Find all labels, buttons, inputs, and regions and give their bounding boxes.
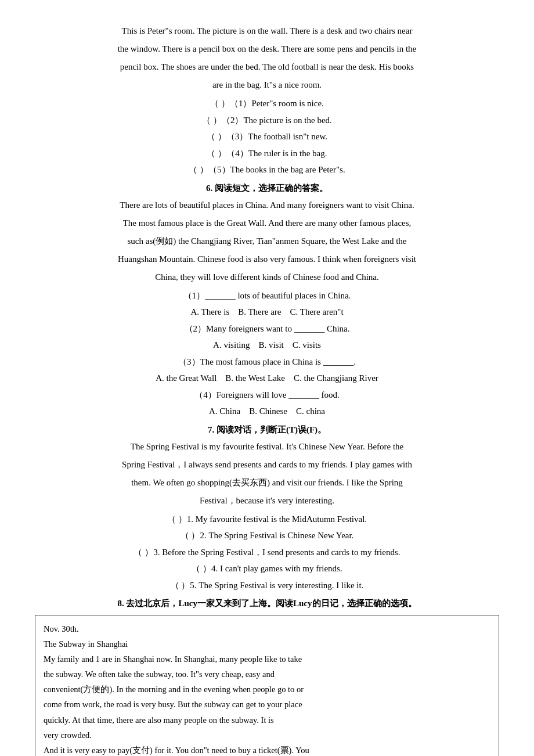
diary-line-6: very crowded. [44, 728, 490, 743]
tf-q3: （ ）（3）The football isn"t new. [35, 128, 499, 145]
tf2-q3: （ ）3. Before the Spring Festival，I send … [35, 544, 499, 561]
tf-block-1: （ ）（1）Peter"s room is nice. （ ）（2）The pi… [35, 95, 499, 178]
section-7-title: 7. 阅读对话，判断正(T)误(F)。 [35, 424, 499, 435]
tf-q1: （ ）（1）Peter"s room is nice. [35, 95, 499, 112]
mc-q3-options: A. the Great Wall B. the West Lake C. th… [35, 370, 499, 387]
passage-3: The Spring Festival is my favourite fest… [35, 439, 499, 509]
tf2-q5: （ ）5. The Spring Festival is very intere… [35, 577, 499, 594]
passage-2-line-4: Huangshan Mountain. Chinese food is also… [35, 251, 499, 267]
passage-1: This is Peter"s room. The picture is on … [35, 23, 499, 93]
tf-q2: （ ）（2）The picture is on the bed. [35, 112, 499, 129]
mc-q1-options: A. There is B. There are C. There aren"t [35, 304, 499, 321]
tf-q4: （ ）（4）The ruler is in the bag. [35, 145, 499, 162]
diary-date: Nov. 30th. [44, 621, 490, 636]
diary-line-1: My family and 1 are in Shanghai now. In … [44, 651, 490, 667]
mc-q2-options: A. visiting B. visit C. visits [35, 337, 499, 354]
diary-line-4: come from work, the road is very busy. B… [44, 697, 490, 712]
passage-1-line-2: the window. There is a pencil box on the… [35, 41, 499, 57]
tf2-q4: （ ）4. I can't play games with my friends… [35, 560, 499, 577]
passage-2: There are lots of beautiful places in Ch… [35, 197, 499, 285]
diary-line-3: convenient(方便的). In the morning and in t… [44, 682, 490, 697]
passage-1-line-1: This is Peter"s room. The picture is on … [35, 23, 499, 39]
passage-2-line-1: There are lots of beautiful places in Ch… [35, 197, 499, 213]
section-6-title: 6. 阅读短文，选择正确的答案。 [35, 183, 499, 194]
mc-q1: （1）_______ lots of beautiful places in C… [35, 287, 499, 304]
mc-block-1: （1）_______ lots of beautiful places in C… [35, 287, 499, 420]
mc-q2: （2）Many foreigners want to _______ China… [35, 321, 499, 337]
mc-q3: （3）The most famous place in China is ___… [35, 354, 499, 370]
passage-3-line-3: them. We often go shopping(去买东西) and vis… [35, 475, 499, 491]
passage-1-line-3: pencil box. The shoes are under the bed.… [35, 59, 499, 75]
tf2-q2: （ ）2. The Spring Festival is Chinese New… [35, 527, 499, 544]
diary-line-7: And it is very easy to pay(支付) for it. Y… [44, 743, 490, 756]
page-content: This is Peter"s room. The picture is on … [35, 23, 499, 756]
mc-q4-options: A. China B. Chinese C. china [35, 403, 499, 420]
passage-1-line-4: are in the bag. It"s a nice room. [35, 77, 499, 93]
passage-2-line-3: such as(例如) the Changjiang River, Tian"a… [35, 233, 499, 249]
diary-box: Nov. 30th. The Subway in Shanghai My fam… [35, 615, 499, 756]
passage-3-line-2: Spring Festival，I always send presents a… [35, 457, 499, 473]
diary-line-2: the subway. We often take the subway, to… [44, 667, 490, 682]
passage-2-line-5: China, they will love different kinds of… [35, 269, 499, 285]
passage-3-line-1: The Spring Festival is my favourite fest… [35, 439, 499, 455]
tf-q5: （ ）（5）The books in the bag are Peter"s. [35, 161, 499, 178]
passage-3-line-4: Festival，because it's very interesting. [35, 493, 499, 509]
diary-subtitle: The Subway in Shanghai [44, 636, 490, 651]
section-8-title: 8. 去过北京后，Lucy一家又来到了上海。阅读Lucy的日记，选择正确的选项。 [35, 598, 499, 609]
mc-q4: （4）Foreigners will love _______ food. [35, 387, 499, 404]
tf-block-2: （ ）1. My favourite festival is the MidAu… [35, 511, 499, 594]
tf2-q1: （ ）1. My favourite festival is the MidAu… [35, 511, 499, 528]
diary-line-5: quickly. At that time, there are also ma… [44, 712, 490, 728]
passage-2-line-2: The most famous place is the Great Wall.… [35, 215, 499, 231]
